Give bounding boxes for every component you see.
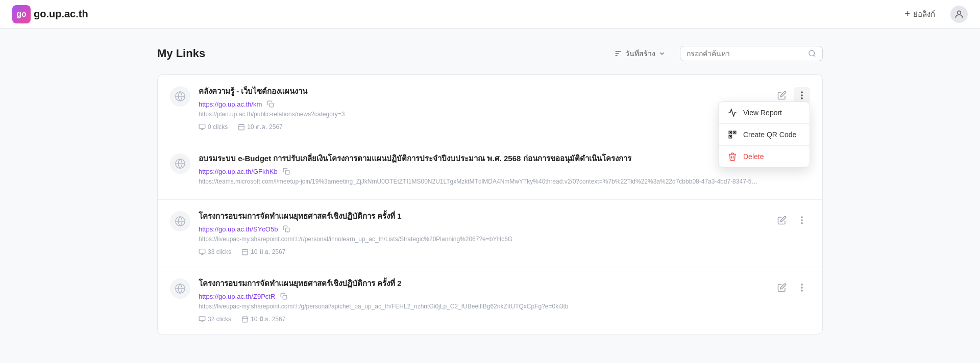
sort-button[interactable]: วันที่สร้าง	[608, 45, 672, 62]
link-meta: 33 clicks 10 มิ.ย. 2567	[199, 247, 774, 256]
svg-point-50	[801, 217, 802, 218]
create-qr-item[interactable]: Create QR Code	[719, 124, 810, 145]
delete-item[interactable]: Delete	[719, 146, 810, 167]
sort-icon	[614, 49, 622, 58]
svg-rect-9	[199, 124, 205, 128]
svg-rect-23	[734, 132, 735, 133]
qr-icon	[728, 130, 737, 139]
add-link-button[interactable]: + ย่อลิงก์	[899, 5, 940, 23]
link-content: โครงการอบรมการจัดทำแผนยุทธศาสตร์เชิงปฏิบ…	[199, 210, 774, 256]
svg-point-4	[809, 50, 815, 56]
link-content: คลังความรู้ - เว็บไซต์กองแผนงาน https://…	[199, 85, 774, 132]
calendar-icon	[241, 316, 249, 323]
link-short: https://go.up.ac.th/GFkhKb	[199, 167, 774, 176]
date-meta: 10 ต.ค. 2567	[238, 122, 282, 132]
edit-button[interactable]	[774, 280, 790, 295]
svg-point-63	[801, 284, 802, 285]
svg-rect-42	[286, 228, 290, 232]
plus-icon: +	[904, 9, 910, 19]
links-list: คลังความรู้ - เว็บไซต์กองแผนงาน https://…	[157, 74, 823, 334]
search-icon	[808, 49, 816, 58]
clicks-meta: 32 clicks	[199, 316, 231, 323]
more-button[interactable]	[794, 212, 810, 228]
view-report-item[interactable]: View Report	[719, 102, 810, 123]
copy-button[interactable]	[266, 99, 275, 109]
link-title: โครงการอบรมการจัดทำแผนยุทธศาสตร์เชิงปฏิบ…	[199, 210, 774, 222]
svg-point-51	[801, 220, 802, 221]
link-actions	[774, 212, 810, 228]
clicks-icon	[199, 316, 206, 323]
link-title: คลังความรู้ - เว็บไซต์กองแผนงาน	[199, 85, 774, 97]
svg-rect-43	[199, 249, 205, 253]
globe-icon	[170, 86, 190, 107]
date-text: 10 ต.ค. 2567	[247, 122, 282, 132]
trash-icon	[728, 152, 737, 161]
chevron-down-icon	[658, 50, 666, 57]
svg-rect-36	[285, 170, 289, 174]
svg-rect-55	[283, 295, 287, 299]
search-box	[680, 46, 823, 61]
svg-point-0	[958, 11, 961, 14]
logo-text: go.up.ac.th	[34, 8, 88, 20]
link-long-url: https://liveupac-my.sharepoint.com/:l:/r…	[199, 236, 760, 243]
date-text: 10 มิ.ย. 2567	[251, 314, 285, 324]
view-report-label: View Report	[743, 109, 782, 117]
svg-rect-46	[242, 249, 248, 255]
toolbar: My Links วันที่สร้าง	[157, 45, 823, 62]
link-short: https://go.up.ac.th/Z9PctR	[199, 292, 774, 301]
short-url-link[interactable]: https://go.up.ac.th/GFkhKb	[199, 168, 278, 175]
globe-icon	[170, 153, 190, 174]
chart-icon	[728, 108, 737, 117]
link-content: โครงการอบรมการจัดทำแผนยุทธศาสตร์เชิงปฏิบ…	[199, 277, 774, 324]
link-long-url: https://liveupac-my.sharepoint.com/:l:/g…	[199, 303, 760, 310]
user-avatar[interactable]	[950, 6, 968, 23]
link-long-url: https://plan.up.ac.th/public-relations/n…	[199, 111, 760, 118]
clicks-icon	[199, 123, 206, 131]
link-card: คลังความรู้ - เว็บไซต์กองแผนงาน https://…	[158, 75, 822, 142]
toolbar-right: วันที่สร้าง	[608, 45, 823, 62]
link-actions	[774, 279, 810, 296]
clicks-count: 32 clicks	[208, 316, 231, 323]
svg-line-5	[814, 55, 815, 57]
delete-label: Delete	[743, 152, 764, 161]
link-card: โครงการอบรมการจัดทำแผนยุทธศาสตร์เชิงปฏิบ…	[158, 267, 822, 334]
logo[interactable]: go go.up.ac.th	[12, 5, 88, 23]
short-url-link[interactable]: https://go.up.ac.th/SYcO5b	[199, 225, 278, 233]
more-button[interactable]	[794, 279, 810, 296]
globe-icon	[170, 211, 190, 231]
svg-rect-56	[199, 316, 205, 320]
link-short: https://go.up.ac.th/SYcO5b	[199, 224, 774, 234]
short-url-link[interactable]: https://go.up.ac.th/Z9PctR	[199, 293, 275, 300]
calendar-icon	[241, 248, 249, 255]
svg-point-52	[801, 223, 802, 224]
link-short: https://go.up.ac.th/km	[199, 99, 774, 109]
clicks-count: 33 clicks	[208, 248, 231, 255]
header: go go.up.ac.th + ย่อลิงก์	[0, 0, 980, 29]
svg-rect-8	[270, 103, 274, 107]
link-title: โครงการอบรมการจัดทำแผนยุทธศาสตร์เชิงปฏิบ…	[199, 277, 774, 290]
link-long-url: https://teams.microsoft.com/l/meetup-joi…	[199, 178, 760, 185]
main-content: My Links วันที่สร้าง	[133, 29, 847, 351]
create-qr-label: Create QR Code	[743, 131, 796, 139]
edit-button[interactable]	[774, 213, 790, 228]
edit-button[interactable]	[774, 88, 790, 103]
copy-button[interactable]	[279, 292, 288, 301]
copy-button[interactable]	[282, 224, 291, 234]
link-content: อบรมระบบ e-Budget การปรับเกลี่ยเงินโครงก…	[199, 152, 774, 189]
date-text: 10 มิ.ย. 2567	[251, 247, 285, 256]
add-link-label: ย่อลิงก์	[913, 8, 935, 20]
clicks-count: 0 clicks	[208, 123, 228, 131]
link-meta: 0 clicks 10 ต.ค. 2567	[199, 122, 774, 132]
calendar-icon	[238, 123, 245, 131]
date-meta: 10 มิ.ย. 2567	[241, 314, 285, 324]
svg-point-64	[801, 287, 802, 288]
header-right: + ย่อลิงก์	[899, 5, 968, 23]
copy-button[interactable]	[282, 167, 291, 176]
clicks-meta: 33 clicks	[199, 248, 231, 255]
logo-icon: go	[12, 5, 31, 23]
short-url-link[interactable]: https://go.up.ac.th/km	[199, 100, 262, 108]
search-input[interactable]	[687, 49, 804, 58]
sort-label: วันที่สร้าง	[625, 48, 655, 59]
link-title: อบรมระบบ e-Budget การปรับเกลี่ยเงินโครงก…	[199, 152, 774, 165]
globe-icon	[170, 278, 190, 299]
